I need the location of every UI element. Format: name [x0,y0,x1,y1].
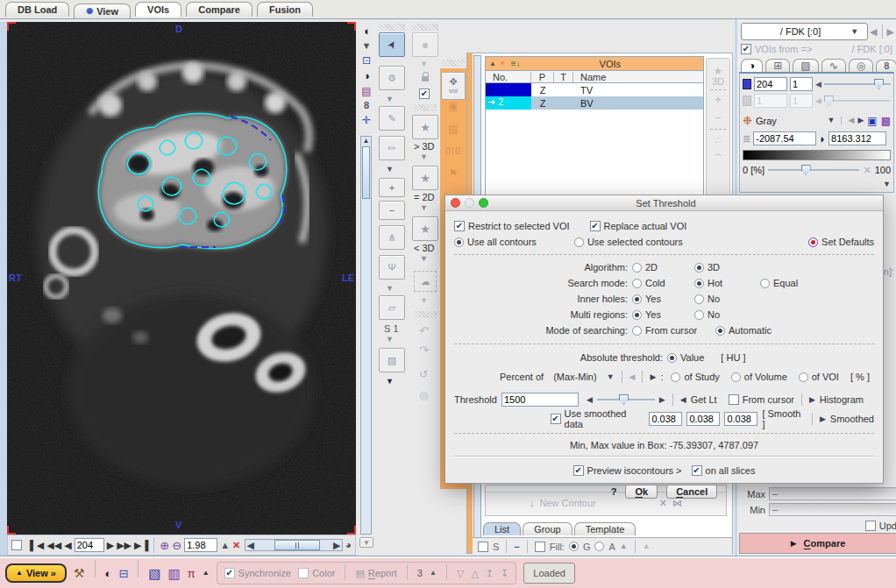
shape-apply-checkbox[interactable] [419,89,430,99]
tools-expand-arrow[interactable]: ▲ [203,570,210,577]
flood-eq-dropdown[interactable]: ▼ [420,204,428,212]
current-slice-input[interactable] [754,77,787,91]
vois-column-header[interactable]: No. P T Name [486,70,703,83]
strip-scrollbar[interactable]: ▲ [360,136,372,535]
use-selected-contours-option[interactable]: Use selected contours [574,237,683,247]
search-equal-option[interactable]: Equal [760,278,798,288]
threshold-slider[interactable] [597,393,655,407]
minimize-window-button[interactable] [465,198,474,208]
tab-slices[interactable]: ▨ [793,59,818,72]
use-all-contours-option[interactable]: Use all contours [454,237,537,247]
settings-key-icon[interactable]: ⚒ [74,567,85,579]
palette-more-dropdown[interactable]: ▼ [386,378,394,386]
zoom-factor-input[interactable] [184,538,217,552]
lut-options-icon[interactable]: ▩ [881,116,891,126]
algorithm-3d-option[interactable]: 3D [694,262,756,273]
flood-gt-3d-button[interactable]: ★ [412,115,438,139]
prev-slice-button[interactable]: ◀ [64,541,71,550]
restrict-voi-option[interactable]: Restrict to selected VOI [454,221,570,231]
join-contour-icon[interactable]: ⋈ [672,499,682,508]
window-max-input[interactable] [828,131,886,145]
fast-back-button[interactable]: ◀◀ [46,541,61,550]
frame-increment-input[interactable] [790,94,813,108]
select-tool-button[interactable]: ➤ [379,32,405,57]
preview-isocontours-option[interactable]: Preview isocontours > [573,465,682,476]
threshold-dec-arrow[interactable]: ◀ [587,396,593,404]
histogram-arrow[interactable]: ▶ [809,396,815,404]
series-selector-dropdown[interactable]: / FDK [:0] ▼ [741,23,868,40]
redo-icon[interactable]: ↷ [419,344,429,356]
mirror-voi-icon[interactable]: 0|0 [440,146,466,156]
vois-list-empty-area[interactable] [486,110,703,197]
tool-group-dropdown[interactable]: ▼ [386,96,394,103]
line-style-button[interactable]: − [514,542,519,552]
last-slice-button[interactable]: ▶▐ [134,541,148,550]
section-drag-handle[interactable] [414,104,437,111]
help-button[interactable]: ? [611,486,617,497]
show-s-checkbox[interactable] [478,542,488,552]
percent-prev-arrow[interactable]: ◀ [629,373,636,381]
tab-curves[interactable]: ∿ [821,59,846,72]
eraser-size-dropdown[interactable]: ▼ [386,336,394,344]
view-menu-button[interactable]: ▲ View » [5,563,67,583]
panel-section-dropdown[interactable]: ▼ [883,181,891,188]
tab-layout[interactable]: ⊞ [765,59,790,72]
send-down-icon[interactable]: ▽ [457,569,464,578]
load-image-icon[interactable]: ▧ [148,567,160,580]
get-lt-label[interactable]: Get Lt [691,394,717,405]
strip-scrollbar-thumb[interactable] [362,146,370,199]
report-button[interactable]: ▤Report [355,568,396,578]
send-up-icon[interactable]: △ [471,569,478,578]
tab-compare[interactable]: Compare [186,2,252,17]
get-lt-arrow[interactable]: ◀ [680,396,686,404]
copy-voi-icon[interactable]: ▣ [440,101,466,111]
tab-group[interactable]: Group [523,522,572,535]
window-percent-slider[interactable] [768,163,859,177]
slice-number-input[interactable] [75,538,104,552]
loaded-status-button[interactable]: Loaded [523,563,575,584]
colormap-prev-arrow[interactable]: ◀ [848,117,854,124]
tab-link[interactable]: 8 [876,60,896,72]
colormap-dropdown-icon[interactable]: ▼ [828,117,836,124]
ellipse-voi-button[interactable]: ● [412,32,438,57]
from-cursor-checkbox-option[interactable]: From cursor [729,394,794,405]
import-bottom-icon[interactable]: ↧ [501,569,508,578]
ct-image-viewport[interactable]: D V RT LE [7,22,356,535]
search-cold-option[interactable]: Cold [632,278,690,288]
cine-mode-icon[interactable]: ◕ [345,540,352,550]
tab-vois[interactable]: VOIs [135,2,181,17]
color-option[interactable]: Color [298,568,335,578]
next-slice-button[interactable]: ▶ [107,541,114,550]
undo-icon[interactable]: ↶ [419,325,429,337]
voi-row-bv-selected[interactable]: ➔ 2 Z BV [486,96,703,110]
smooth-z-input[interactable] [724,412,757,426]
algorithm-2d-option[interactable]: 2D [632,262,690,273]
shape-dropdown[interactable]: ▼ [420,60,428,68]
tab-signal[interactable]: ◎ [849,59,873,72]
smooth-y-input[interactable] [686,412,720,426]
close-window-button[interactable] [451,198,460,208]
tag-voi-icon[interactable]: ⚑ [440,168,466,179]
draw-contour-tool-button[interactable]: ✎ [379,106,405,131]
synchronize-option[interactable]: Synchronize [224,568,292,578]
fast-forward-button[interactable]: ▶▶ [117,541,132,550]
interpolate-tool-button[interactable]: ⋔ [379,225,405,250]
search-hot-option[interactable]: Hot [694,278,756,288]
viewport-checkbox[interactable] [11,540,22,550]
slice-slider[interactable] [824,77,891,91]
fill-a-radio[interactable] [594,542,604,551]
fill-g-radio[interactable] [569,542,579,551]
series-prev-arrow[interactable]: ◀ [870,27,877,37]
flood-gt-dropdown[interactable]: ▼ [420,153,428,161]
slice-increment-input[interactable] [790,77,813,91]
sort-desc-icon[interactable]: ▼ [499,60,506,67]
histogram-label[interactable]: Histogram [820,394,864,405]
frame-slider[interactable] [824,94,891,108]
eraser-3d-tool-button[interactable]: ▨ [379,348,405,372]
link-planes-icon[interactable]: 8 [356,101,377,110]
strip-dropdown-icon[interactable]: ▼ [356,41,377,51]
hammer-tool-button[interactable]: Ψ [379,255,405,280]
zoom-preset-dropdown[interactable]: ▲ [220,541,230,550]
percent-mode-value[interactable]: (Max-Min) [553,372,597,382]
of-study-option[interactable]: of Study [671,372,719,382]
